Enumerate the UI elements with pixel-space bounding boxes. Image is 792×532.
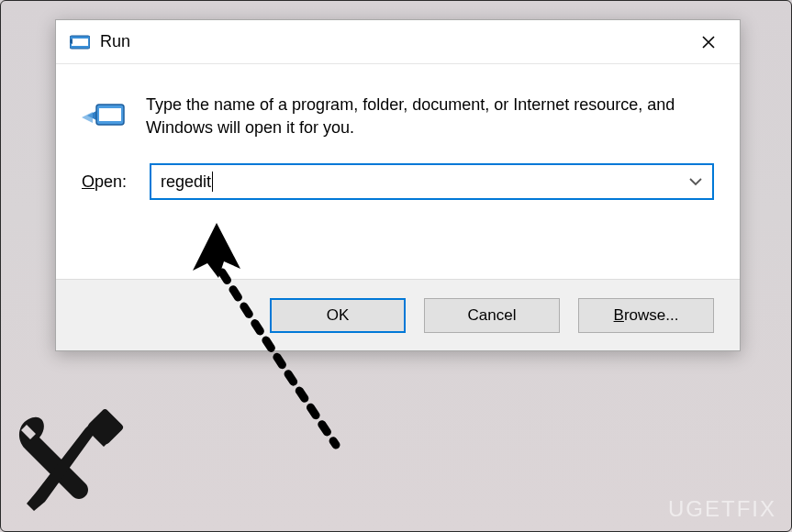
run-body-icon <box>82 95 126 139</box>
text-cursor <box>212 172 213 192</box>
tools-icon <box>8 405 128 524</box>
svg-rect-1 <box>72 39 88 46</box>
button-row: OK Cancel Browse... <box>56 279 740 350</box>
svg-rect-3 <box>99 108 121 121</box>
titlebar[interactable]: Run <box>56 20 740 64</box>
open-label: Open: <box>82 172 137 192</box>
run-title-icon <box>69 31 91 53</box>
dialog-title: Run <box>100 32 688 51</box>
instruction-text: Type the name of a program, folder, docu… <box>146 94 714 139</box>
open-combobox[interactable]: regedit <box>150 163 714 200</box>
close-icon <box>702 36 715 49</box>
open-input-value: regedit <box>161 172 211 192</box>
chevron-down-icon[interactable] <box>688 173 703 190</box>
watermark-text: UGETFIX <box>668 496 776 522</box>
dialog-content: Type the name of a program, folder, docu… <box>56 64 740 139</box>
svg-rect-4 <box>87 408 125 446</box>
run-dialog: Run Type the name of a program, folder, … <box>55 19 741 351</box>
close-button[interactable] <box>688 28 729 57</box>
cancel-button[interactable]: Cancel <box>424 298 560 333</box>
browse-button[interactable]: Browse... <box>578 298 714 333</box>
input-row: Open: regedit <box>56 139 740 200</box>
ok-button[interactable]: OK <box>270 298 406 333</box>
